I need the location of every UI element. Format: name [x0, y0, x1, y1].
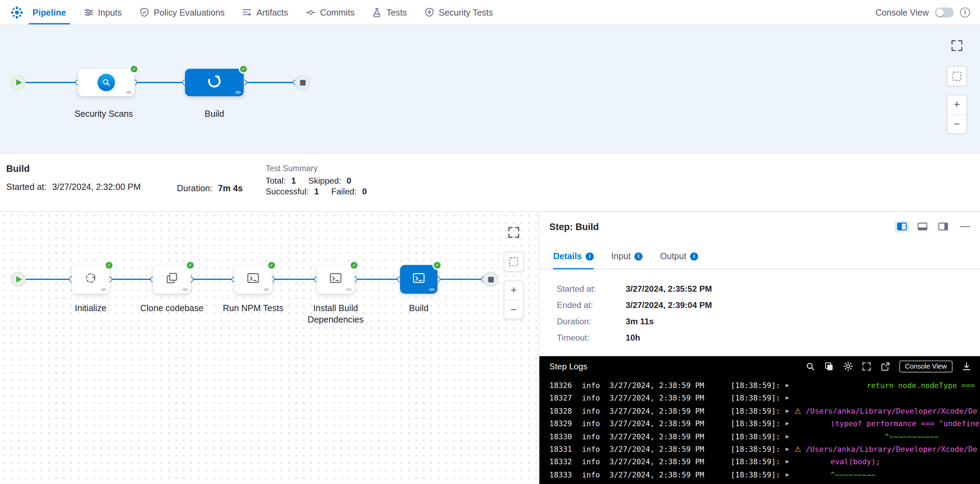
- stop-icon: [300, 80, 305, 85]
- zoom-in-button[interactable]: [504, 281, 523, 300]
- stage-graph-canvas[interactable]: </> </> Security Scans Build: [0, 25, 980, 153]
- tab-artifacts[interactable]: Artifacts: [242, 0, 288, 24]
- log-expander-icon[interactable]: ▸: [786, 443, 794, 456]
- stage-node-security-scans[interactable]: </>: [78, 68, 134, 96]
- code-glyph: </>: [429, 287, 434, 292]
- tab-details[interactable]: Details: [553, 251, 593, 269]
- step-graph-canvas[interactable]: </> </> </> </> </>: [0, 212, 539, 484]
- detail-label: Timeout:: [557, 333, 625, 342]
- log-line: 18330 info 3/27/2024, 2:38:59 PM [18:38:…: [549, 430, 980, 443]
- log-expander-icon[interactable]: ▸: [786, 405, 794, 417]
- top-navbar: Pipeline Inputs Policy Evaluations Artif…: [0, 0, 980, 25]
- expand-canvas-icon[interactable]: [508, 226, 520, 239]
- log-line-number: 18331: [549, 443, 574, 456]
- bottom-view-button[interactable]: [915, 221, 930, 232]
- tab-input-label: Input: [611, 251, 631, 261]
- tab-pipeline[interactable]: Pipeline: [33, 0, 66, 24]
- success-check-badge: [104, 260, 114, 270]
- log-line-number: 18333: [549, 468, 574, 481]
- pipeline-start-node: [11, 75, 25, 90]
- right-view-button[interactable]: [935, 221, 951, 232]
- selection-tool-button[interactable]: [504, 252, 524, 272]
- log-date: 3/27/2024, 2:38:59 PM: [609, 443, 707, 456]
- info-icon[interactable]: [585, 252, 593, 260]
- log-expander-icon[interactable]: ▸: [786, 456, 794, 469]
- log-body[interactable]: 18326 info 3/27/2024, 2:38:59 PM [18:38:…: [539, 376, 980, 484]
- log-expander-icon[interactable]: ▸: [786, 379, 794, 392]
- log-date: 3/27/2024, 2:38:59 PM: [609, 456, 707, 469]
- log-settings-gear-icon[interactable]: [843, 361, 853, 371]
- log-line-number: 18330: [549, 430, 574, 443]
- step-logs-console: Step Logs Console View 18326 info 3/27/2…: [539, 356, 980, 484]
- zoom-out-button[interactable]: [504, 300, 523, 319]
- split-view-button[interactable]: [894, 221, 909, 232]
- log-text: /Users/anka/Library/Developer/Xcode/De: [801, 443, 977, 456]
- detail-value: 3/27/2024, 2:35:52 PM: [625, 284, 712, 294]
- log-line: 18329 info 3/27/2024, 2:38:59 PM [18:38:…: [549, 417, 980, 430]
- minimize-panel-button[interactable]: [960, 221, 970, 232]
- code-glyph: </>: [346, 287, 352, 292]
- console-view-toggle[interactable]: [935, 7, 954, 17]
- zoom-out-button[interactable]: [947, 114, 966, 133]
- inputs-icon: [84, 7, 94, 17]
- detail-value: 3m 11s: [625, 317, 654, 326]
- tab-inputs-label: Inputs: [98, 7, 122, 17]
- step-node-clone-codebase[interactable]: </>: [153, 265, 191, 294]
- detail-value: 3/27/2024, 2:39:04 PM: [625, 301, 712, 310]
- step-label-initialize: Initialize: [50, 303, 131, 314]
- console-view-label: Console View: [875, 7, 929, 17]
- tab-output[interactable]: Output: [660, 251, 698, 269]
- log-date: 3/27/2024, 2:38:59 PM: [609, 417, 707, 430]
- tab-tests[interactable]: Tests: [372, 0, 407, 24]
- log-time: [18:38:59]:: [730, 430, 780, 443]
- log-text: eval(body);: [794, 456, 880, 469]
- log-time: [18:38:59]:: [730, 405, 780, 417]
- security-scan-icon: [97, 74, 115, 92]
- download-logs-icon[interactable]: [961, 361, 971, 371]
- tab-commits[interactable]: Commits: [305, 0, 355, 24]
- log-line-number: 18327: [549, 392, 574, 405]
- stage-label-build: Build: [170, 108, 258, 119]
- tab-inputs[interactable]: Inputs: [84, 0, 122, 24]
- console-view-button[interactable]: Console View: [899, 360, 952, 372]
- info-icon[interactable]: [690, 252, 698, 260]
- step-node-run-npm-tests[interactable]: </>: [234, 265, 272, 294]
- step-label-clone-codebase: Clone codebase: [131, 303, 212, 314]
- log-expander-icon[interactable]: ▸: [786, 430, 794, 443]
- tab-input[interactable]: Input: [611, 251, 643, 269]
- module-tabs: Pipeline Inputs Policy Evaluations Artif…: [33, 0, 493, 24]
- search-icon[interactable]: [806, 361, 816, 371]
- tab-pipeline-label: Pipeline: [33, 7, 66, 17]
- policy-shield-check-icon: [139, 7, 150, 17]
- step-node-initialize[interactable]: </>: [72, 265, 109, 294]
- log-expander-icon[interactable]: ▸: [786, 392, 794, 405]
- log-date: 3/27/2024, 2:38:59 PM: [609, 468, 707, 481]
- step-node-install-build-dependencies[interactable]: </>: [317, 265, 354, 294]
- navbar-right: Console View: [875, 7, 970, 17]
- log-date: 3/27/2024, 2:38:59 PM: [609, 405, 707, 417]
- log-expander-icon[interactable]: ▸: [786, 417, 794, 430]
- info-icon[interactable]: [960, 7, 970, 17]
- security-shield-icon: [425, 7, 434, 17]
- tab-tests-label: Tests: [387, 7, 407, 17]
- code-glyph: </>: [101, 287, 107, 292]
- harness-logo-icon[interactable]: [10, 5, 24, 19]
- tab-policy-evaluations[interactable]: Policy Evaluations: [139, 0, 224, 24]
- tab-security-tests[interactable]: Security Tests: [425, 0, 493, 24]
- info-icon[interactable]: [635, 252, 643, 260]
- selection-tool-button[interactable]: [947, 66, 967, 86]
- detail-value: 10h: [625, 333, 640, 342]
- copy-logs-icon[interactable]: [824, 361, 834, 371]
- step-node-build[interactable]: </>: [400, 265, 438, 294]
- log-level: info: [582, 430, 601, 443]
- fullscreen-logs-icon[interactable]: [862, 361, 872, 371]
- expand-canvas-icon[interactable]: [951, 40, 963, 52]
- log-expander-icon[interactable]: ▸: [786, 468, 794, 481]
- zoom-in-button[interactable]: [947, 96, 966, 114]
- bottom-split: </> </> </> </> </>: [0, 211, 980, 484]
- open-in-new-tab-icon[interactable]: [881, 361, 891, 371]
- stage-node-build[interactable]: </>: [185, 68, 244, 96]
- code-glyph: </>: [126, 90, 131, 95]
- code-glyph: </>: [182, 287, 188, 292]
- log-text: return node.nodeType ===: [794, 379, 975, 392]
